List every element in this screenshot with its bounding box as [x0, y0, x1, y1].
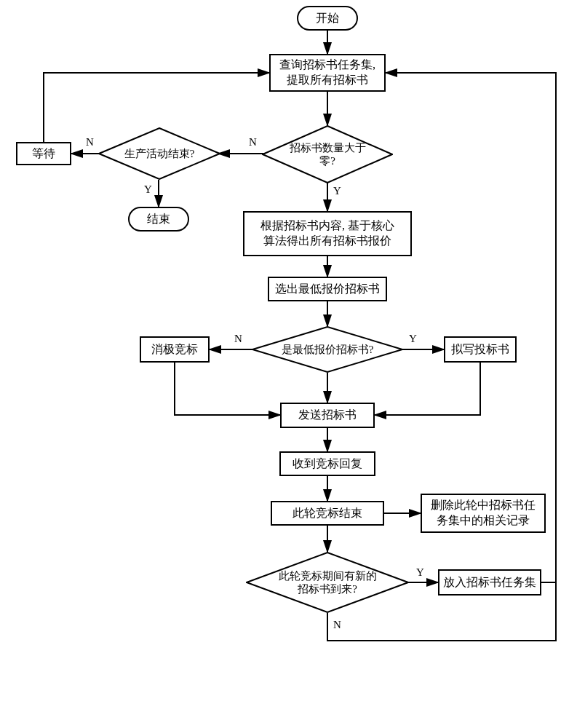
- start-label: 开始: [316, 11, 339, 26]
- label&name.: N: [333, 619, 341, 631]
- select-min-box: 选出最低报价招标书: [268, 277, 387, 301]
- put-set-box: 放入招标书任务集: [438, 569, 541, 596]
- label-y-prod: Y: [144, 183, 152, 196]
- round-end-label: 此轮竞标结束: [293, 506, 362, 521]
- lowest-decision-label: 是最低报价招标书?: [271, 341, 384, 358]
- delete-rec-box: 删除此轮中招标书任 务集中的相关记录: [421, 494, 546, 533]
- count-decision-label: 招标书数量大于 零?: [276, 138, 378, 170]
- start-terminator: 开始: [297, 6, 358, 31]
- calc-box: 根据招标书内容, 基于核心 算法得出所有招标书报价: [243, 211, 412, 256]
- send-box: 发送招标书: [280, 403, 375, 428]
- delete-rec-label: 删除此轮中招标书任 务集中的相关记录: [431, 498, 536, 529]
- label-y-count: Y: [333, 185, 341, 197]
- receive-box: 收到竞标回复: [279, 451, 375, 476]
- query-box: 查询招标书任务集, 提取所有招标书: [269, 54, 386, 92]
- label-y-lowest: Y: [409, 333, 417, 345]
- end-label: 结束: [147, 212, 170, 227]
- draft-label: 拟写投标书: [451, 342, 509, 357]
- wait-label: 等待: [32, 146, 55, 162]
- label-y-new: Y: [416, 566, 424, 579]
- label-n-count: N: [249, 136, 257, 149]
- send-label: 发送招标书: [298, 408, 357, 423]
- prod-end-decision-label: 生产活动结束?: [113, 146, 206, 162]
- query-label: 查询招标书任务集, 提取所有招标书: [279, 58, 375, 88]
- label-n-lowest: N: [234, 333, 242, 345]
- passive-box: 消极竞标: [140, 336, 210, 363]
- put-set-label: 放入招标书任务集: [443, 575, 536, 590]
- end-terminator: 结束: [128, 207, 189, 232]
- wait-box: 等待: [16, 142, 71, 165]
- new-decision-label: 此轮竞标期间有新的 招标书到来?: [268, 567, 387, 598]
- calc-label: 根据招标书内容, 基于核心 算法得出所有招标书报价: [260, 218, 394, 249]
- round-end-box: 此轮竞标结束: [271, 501, 384, 526]
- label-n-prod: N: [86, 136, 94, 149]
- select-min-label: 选出最低报价招标书: [275, 282, 380, 297]
- passive-label: 消极竞标: [151, 342, 198, 357]
- draft-box: 拟写投标书: [444, 336, 517, 363]
- receive-label: 收到竞标回复: [293, 456, 362, 472]
